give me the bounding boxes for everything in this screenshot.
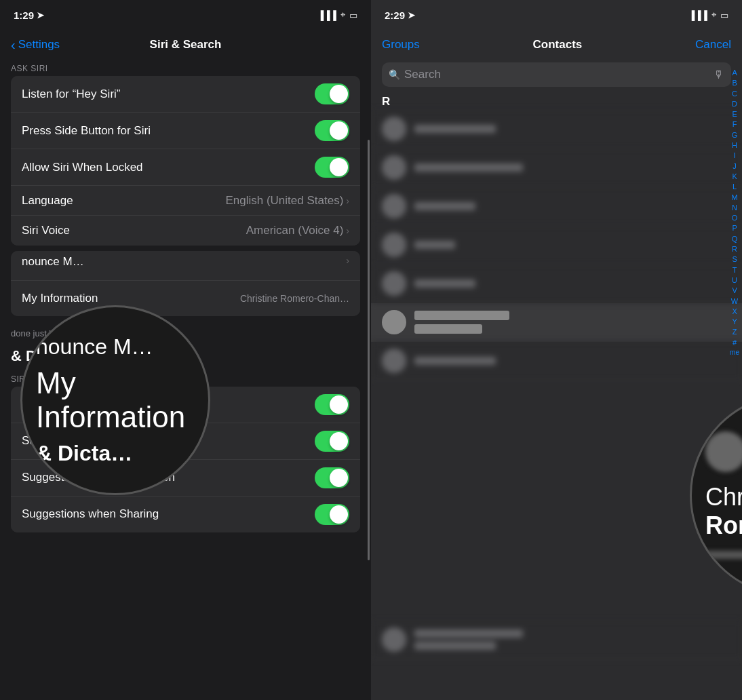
alpha-o[interactable]: O (732, 213, 738, 222)
ask-siri-group: Listen for “Hey Siri” Press Side Button … (11, 76, 360, 246)
side-button-toggle[interactable] (315, 120, 349, 141)
ask-siri-header: ASK SIRI (0, 60, 371, 76)
contact-avatar (382, 627, 406, 652)
toggle-knob (330, 85, 348, 103)
cancel-button[interactable]: Cancel (695, 38, 731, 52)
alpha-a[interactable]: A (732, 68, 737, 77)
alpha-hash[interactable]: # (733, 338, 737, 347)
contact-row[interactable] (371, 342, 742, 381)
me-label: me (730, 348, 739, 357)
contact-name-bar (414, 642, 496, 650)
alpha-f[interactable]: F (733, 119, 737, 129)
search-bar[interactable]: 🔍 Search 🎙 (382, 62, 731, 87)
magnify-contact-name: Christine Romero- (705, 483, 742, 540)
alpha-y[interactable]: Y (732, 317, 737, 326)
contact-name-bar (414, 241, 455, 249)
language-row[interactable]: Language English (United States) › (11, 186, 360, 216)
magnify-circle-right: Christine Romero- (690, 393, 742, 597)
alpha-i[interactable]: I (734, 151, 736, 160)
alpha-n[interactable]: N (732, 203, 737, 212)
contact-row[interactable] (371, 226, 742, 265)
contact-avatar (382, 117, 406, 141)
suggestions-searching-toggle[interactable] (315, 394, 349, 415)
right-status-bar: 2:29 ➤ ▐▐▐ ⌖ ▭ (371, 0, 742, 30)
siri-locked-toggle[interactable] (315, 157, 349, 178)
alpha-k[interactable]: K (732, 172, 737, 181)
back-button[interactable]: ‹ Settings (11, 37, 60, 53)
siri-voice-label: Siri Voice (22, 224, 70, 237)
magnify-big-text: My Information (36, 366, 195, 434)
toggle-knob (330, 469, 348, 487)
alpha-t[interactable]: T (733, 265, 737, 275)
contact-row[interactable] (371, 187, 742, 226)
toggle-knob (330, 121, 348, 140)
side-button-row[interactable]: Press Side Button for Siri (11, 113, 360, 149)
contact-row[interactable] (371, 149, 742, 187)
my-info-row[interactable]: My Information Christine Romero-Chan… (11, 281, 360, 316)
magnify-partial-text: & Dicta… (36, 441, 195, 466)
magnify-blurred-row (705, 551, 742, 559)
contact-avatar (382, 233, 406, 257)
alpha-h[interactable]: H (732, 140, 737, 150)
mic-icon: 🎙 (714, 69, 724, 81)
toggle-knob (330, 432, 348, 450)
contacts-title: Contacts (533, 38, 583, 52)
siri-voice-row[interactable]: Siri Voice American (Voice 4) › (11, 216, 360, 246)
my-info-label: My Information (22, 292, 98, 305)
announce-row[interactable]: nounce M… › (11, 251, 360, 281)
alpha-l[interactable]: L (733, 182, 737, 191)
toggle-knob (330, 158, 348, 176)
suggestions-home-toggle[interactable] (315, 467, 349, 488)
contact-avatar (382, 155, 406, 180)
contacts-nav: Groups Contacts Cancel (371, 30, 742, 60)
suggestions-sharing-toggle[interactable] (315, 504, 349, 525)
alpha-s[interactable]: S (732, 254, 737, 264)
alpha-b[interactable]: B (732, 78, 737, 88)
alpha-e[interactable]: E (732, 109, 737, 119)
alpha-v[interactable]: V (732, 286, 737, 295)
suggestions-lock-toggle[interactable] (315, 431, 349, 452)
siri-voice-value: American (Voice 4) › (246, 224, 349, 237)
contact-name-bar (414, 629, 523, 638)
contact-avatar (382, 349, 406, 373)
magnify-avatar (705, 431, 742, 472)
left-phone: 1:29 ➤ ▐▐▐ ⌖ ▭ ‹ Settings Siri & Search … (0, 0, 371, 700)
side-button-label: Press Side Button for Siri (22, 124, 151, 138)
scroll-indicator (368, 140, 370, 560)
alphabet-index[interactable]: A B C D E F G H I J K L M N O P Q R S T … (730, 68, 739, 357)
alpha-x[interactable]: X (732, 307, 737, 316)
my-info-value: Christine Romero-Chan… (240, 293, 349, 304)
suggestions-sharing-row[interactable]: Suggestions when Sharing (11, 497, 360, 532)
hey-siri-toggle[interactable] (315, 83, 349, 104)
bottom-contacts (371, 621, 742, 659)
location-arrow-icon: ➤ (408, 10, 415, 20)
hey-siri-row[interactable]: Listen for “Hey Siri” (11, 76, 360, 113)
contact-name-bar (414, 163, 523, 172)
alpha-q[interactable]: Q (732, 234, 738, 244)
alpha-c[interactable]: C (732, 89, 737, 98)
right-phone: 2:29 ➤ ▐▐▐ ⌖ ▭ Groups Contacts Cancel 🔍 … (371, 0, 742, 700)
alpha-g[interactable]: G (732, 130, 738, 140)
contact-row[interactable] (371, 265, 742, 303)
search-placeholder: Search (404, 68, 709, 81)
highlighted-contact-row[interactable] (371, 303, 742, 342)
alpha-j[interactable]: J (733, 161, 737, 171)
contact-row[interactable] (371, 110, 742, 149)
alpha-u[interactable]: U (732, 275, 737, 285)
nav-title: Siri & Search (150, 38, 222, 52)
groups-button[interactable]: Groups (382, 38, 420, 52)
alpha-p[interactable]: P (732, 223, 737, 233)
wifi-icon: ⌖ (711, 9, 716, 20)
alpha-w[interactable]: W (731, 296, 738, 306)
more-settings-group: nounce M… › My Information Christine Rom… (11, 251, 360, 316)
siri-locked-row[interactable]: Allow Siri When Locked (11, 149, 360, 186)
alpha-r[interactable]: R (732, 244, 737, 254)
announce-label: nounce M… (22, 255, 84, 269)
alpha-d[interactable]: D (732, 99, 737, 109)
suggestions-sharing-label: Suggestions when Sharing (22, 507, 159, 521)
left-status-icons: ▐▐▐ ⌖ ▭ (317, 9, 357, 20)
contact-row[interactable] (371, 621, 742, 659)
left-nav-bar: ‹ Settings Siri & Search (0, 30, 371, 60)
alpha-m[interactable]: M (731, 193, 737, 202)
alpha-z[interactable]: Z (733, 327, 737, 336)
